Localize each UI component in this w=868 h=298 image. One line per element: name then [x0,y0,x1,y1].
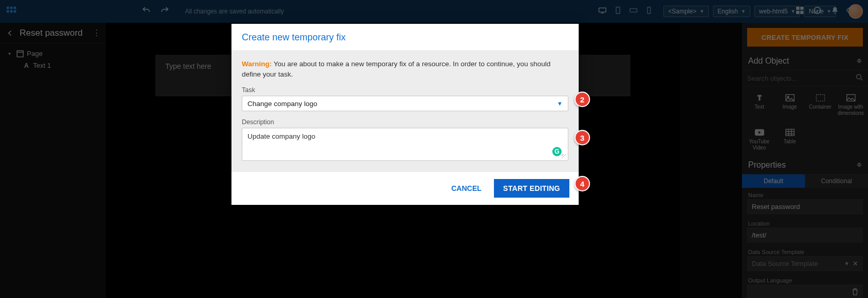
callout-3: 3 [575,130,590,145]
cancel-button[interactable]: CANCEL [451,184,481,192]
warning-label: Warning: [242,60,272,68]
modal-header: Create new temporary fix [231,24,579,51]
chevron-down-icon: ▼ [557,100,563,107]
callout-2: 2 [575,92,590,107]
task-label: Task [242,86,568,94]
modal-warning: Warning: You are about to make a new tem… [242,59,568,79]
resize-handle-icon[interactable] [562,154,567,159]
description-textarea[interactable]: Update company logo G [242,128,568,161]
modal-footer: CANCEL START EDITING [231,171,579,205]
description-value: Update company logo [247,132,315,140]
warning-text: You are about to make a new temporary fi… [242,60,551,78]
description-label: Description [242,118,568,126]
task-select[interactable]: Change company logo ▼ [242,96,568,111]
task-select-value: Change company logo [247,100,317,108]
start-editing-button[interactable]: START EDITING [494,179,569,198]
callout-4: 4 [575,176,590,191]
modal-title: Create new temporary fix [242,32,568,43]
create-temp-fix-modal: Create new temporary fix Warning: You ar… [231,24,579,205]
grammarly-icon[interactable]: G [552,147,562,156]
modal-body: Warning: You are about to make a new tem… [231,51,579,171]
